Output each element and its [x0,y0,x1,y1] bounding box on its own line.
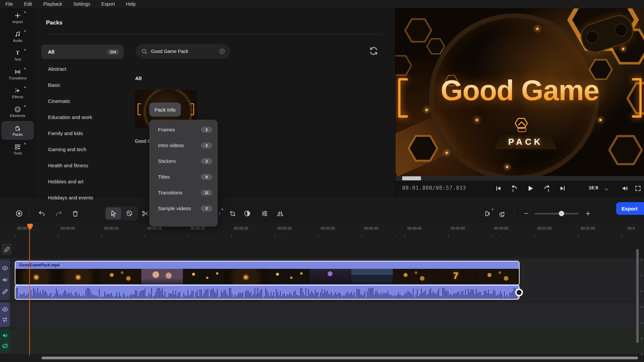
menu-item-export[interactable]: Export [96,1,120,7]
hexagon-shape [395,55,412,76]
pack-info-row-transitions: Transitions11 [149,185,218,200]
category-basic[interactable]: Basic [41,77,124,93]
ruler-tick-major [578,234,579,237]
video-clip[interactable]: GoodGamePack.mp4 7 [15,261,520,286]
toolbar-divider [30,209,30,218]
glow-dot [599,119,601,121]
contrast-icon[interactable] [243,209,252,218]
pack-info-count-badge: 11 [201,190,212,196]
menu-item-help[interactable]: Help [121,1,142,7]
speaker-icon[interactable] [2,332,8,339]
category-holidays-and-events[interactable]: Holidays and events [41,189,124,205]
ruler-tick-minor [431,236,431,237]
menu-item-playback[interactable]: Playback [38,1,68,7]
pack-info-count-badge: 2 [201,205,212,212]
glow-dot [622,48,624,50]
category-gaming-and-tech[interactable]: Gaming and tech [41,141,124,157]
category-abstract[interactable]: Abstract [41,61,124,77]
hidden-toolbar-icon[interactable] [217,209,221,218]
link-toggle[interactable] [2,244,12,255]
timeline-zoom-slider[interactable] [535,213,578,215]
undo-icon[interactable] [37,209,46,218]
preview-scrubber[interactable] [395,176,644,181]
sidebar-item-effects[interactable]: Effects [1,83,34,102]
adjust-sliders-icon[interactable] [260,209,269,218]
ruler-tick-major [15,234,15,237]
cursor-tool-icon[interactable] [106,207,121,219]
category-cinematic[interactable]: Cinematic [41,93,124,109]
category-health-and-fitness[interactable]: Health and fitness [41,157,124,173]
eye-icon[interactable] [2,265,8,272]
chevron-down-icon[interactable] [601,184,611,194]
curves-icon[interactable] [499,209,507,218]
sidebar-item-import[interactable]: Import [1,8,34,27]
sidebar-item-text[interactable]: Text [1,46,34,65]
fullscreen-icon[interactable] [633,183,643,193]
play-icon[interactable] [525,183,535,193]
speaker-icon[interactable] [2,277,8,283]
ruler-tick-minor [370,236,370,237]
playhead-line[interactable] [29,224,30,355]
volume-icon[interactable] [620,183,630,193]
voice-tools-icon[interactable] [483,209,492,218]
refresh-button[interactable] [369,46,379,57]
clip-thumbnail [351,269,393,284]
packs-icon [14,125,21,132]
audio-waveform [16,287,518,299]
category-all[interactable]: All204 [41,45,124,59]
menu-item-file[interactable]: File [0,1,19,7]
delete-icon[interactable] [71,209,79,218]
search-input[interactable]: Good Game Pack [136,44,230,59]
ruler-tick-minor [570,236,570,237]
sticker-pieces-icon[interactable] [2,316,8,323]
zoom-slider-thumb[interactable] [559,211,564,216]
text-lane [0,302,644,328]
menu-item-settings[interactable]: Settings [68,1,96,7]
category-hobbies-and-art[interactable]: Hobbies and art [41,173,124,189]
zoom-in-icon[interactable]: + [584,209,592,218]
ruler-label: 00:00:40 [364,226,378,230]
sidebar-item-tools[interactable]: Tools [1,140,34,159]
sidebar-item-audio[interactable]: Audio [1,27,34,46]
preview-scrubber-thumb[interactable] [402,176,421,180]
jump-forward-1s-icon[interactable] [542,183,552,193]
eye-off-icon[interactable] [2,343,8,349]
sidebar-item-packs[interactable]: Packs [1,121,34,140]
menu-item-edit[interactable]: Edit [19,1,38,7]
category-family-and-kids[interactable]: Family and kids [41,125,124,141]
unlink-icon[interactable] [2,288,8,295]
pack-info-popup: Frames2Intro videos2Stickers3Titles9Tran… [149,120,218,227]
sidebar-item-elements[interactable]: Elements [1,102,34,121]
split-scissors-icon[interactable] [141,209,150,218]
zoom-out-icon[interactable]: − [522,209,531,218]
pack-info-button[interactable]: Pack Info [149,103,181,117]
sidebar: ImportAudioTextTransitionsEffectsElement… [0,8,35,196]
disable-select-icon[interactable] [121,207,137,219]
sidebar-item-transitions[interactable]: Transitions [1,65,34,83]
ruler-tick-minor [518,236,518,237]
skip-end-icon[interactable] [557,183,568,193]
record-icon[interactable] [15,209,23,218]
pack-info-row-intro-videos: Intro videos2 [149,137,218,153]
category-education-and-work[interactable]: Education and work [41,109,124,125]
pack-info-row-sample-videos: Sample videos2 [149,200,218,216]
skip-start-icon[interactable] [493,183,503,193]
audio-clip[interactable] [15,285,520,300]
jump-back-1s-icon[interactable] [509,183,519,193]
ruler-tick-minor [552,236,552,237]
vertical-scrollbar[interactable] [636,249,639,343]
ruler-tick-minor [387,236,388,237]
aspect-ratio-select[interactable]: 16:9 [589,185,598,190]
clear-search-icon[interactable] [219,48,225,55]
ruler-tick-minor [258,236,258,237]
video-preview[interactable]: Good Game PACK [395,8,644,176]
eye-icon[interactable] [2,306,8,313]
video-track-header [0,260,10,300]
clip-trim-handle[interactable] [515,289,523,296]
crop-icon[interactable] [228,209,237,218]
horizontal-scrollbar[interactable] [42,357,638,359]
mirror-icon[interactable] [276,209,284,218]
export-button[interactable]: Export [616,202,644,215]
redo-icon[interactable] [54,209,63,218]
notification-dot [24,11,26,13]
